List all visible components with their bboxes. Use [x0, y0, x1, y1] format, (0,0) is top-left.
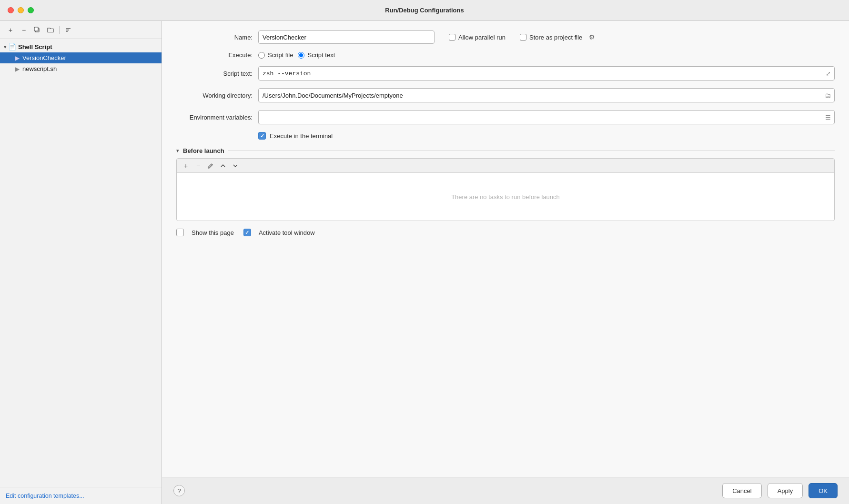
script-text-option[interactable]: Script text — [298, 51, 335, 59]
script-text-wrapper: ⤢ — [258, 66, 835, 81]
up-arrow-icon — [220, 162, 226, 169]
no-tasks-text: There are no tasks to run before launch — [451, 193, 560, 201]
name-input[interactable] — [258, 30, 435, 44]
cancel-button[interactable]: Cancel — [722, 483, 761, 498]
activate-window-item: ✓ Activate tool window — [243, 229, 315, 236]
dialog-title: Run/Debug Configurations — [385, 7, 464, 14]
sidebar-footer: Edit configuration templates... — [0, 487, 162, 504]
close-button[interactable] — [8, 7, 14, 13]
name-control-group: Allow parallel run Store as project file… — [258, 30, 835, 44]
toolbar-separator — [59, 26, 60, 34]
gear-icon[interactable]: ⚙ — [589, 33, 595, 41]
checkmark-icon: ✓ — [245, 230, 249, 236]
help-button[interactable]: ? — [173, 485, 185, 496]
tree-item-versionchecker[interactable]: ▶ VersionChecker — [0, 52, 162, 63]
env-vars-wrapper: ☰ — [258, 110, 835, 124]
folder-browse-icon[interactable]: 🗂 — [825, 92, 831, 99]
traffic-lights — [8, 7, 34, 13]
script-file-option[interactable]: Script file — [258, 51, 293, 59]
execute-terminal-label: Execute in the terminal — [270, 132, 333, 140]
maximize-button[interactable] — [28, 7, 34, 13]
folder-script-icon: 📄 — [8, 43, 16, 50]
working-dir-input[interactable] — [258, 88, 835, 102]
section-line — [228, 151, 835, 151]
checkmark-icon: ✓ — [260, 133, 264, 139]
before-launch-title: Before launch — [183, 147, 224, 154]
before-launch-panel: + − — [176, 158, 835, 221]
working-dir-wrapper: 🗂 — [258, 88, 835, 102]
tree-group-shell-script[interactable]: ▾ 📄 Shell Script — [0, 41, 162, 52]
allow-parallel-checkbox[interactable] — [449, 34, 455, 40]
footer-right: Cancel Apply OK — [722, 483, 838, 498]
working-dir-label: Working directory: — [176, 92, 253, 99]
down-arrow-icon — [232, 162, 239, 169]
script-text-input[interactable] — [258, 66, 835, 81]
file-icon: ▶ — [15, 66, 20, 72]
script-text-row: Script text: ⤢ — [176, 66, 835, 81]
sidebar-toolbar: + − — [0, 21, 162, 39]
bottom-checkboxes: Show this page ✓ Activate tool window — [176, 229, 835, 236]
ok-button[interactable]: OK — [809, 483, 838, 498]
activate-window-label: Activate tool window — [259, 229, 315, 236]
script-text-label: Script text — [307, 51, 335, 59]
allow-parallel-label[interactable]: Allow parallel run — [449, 34, 505, 41]
add-config-button[interactable]: + — [5, 25, 16, 35]
show-page-item: Show this page — [176, 229, 234, 236]
bl-down-button[interactable] — [230, 161, 241, 171]
store-project-text: Store as project file — [529, 34, 582, 41]
working-dir-row: Working directory: 🗂 — [176, 88, 835, 102]
execute-terminal-checkbox[interactable]: ✓ — [258, 132, 266, 140]
env-vars-row: Environment variables: ☰ — [176, 110, 835, 124]
sort-config-button[interactable] — [62, 25, 74, 35]
sidebar-tree: ▾ 📄 Shell Script ▶ VersionChecker ▶ news… — [0, 39, 162, 487]
chevron-down-icon: ▾ — [4, 44, 6, 50]
name-row: Name: Allow parallel run Store as projec… — [176, 30, 835, 44]
before-launch-header: ▾ Before launch — [176, 147, 835, 154]
execute-row: Execute: Script file Script text — [176, 51, 835, 59]
bl-remove-button[interactable]: − — [193, 161, 203, 171]
allow-parallel-text: Allow parallel run — [458, 34, 505, 41]
apply-button[interactable]: Apply — [768, 483, 803, 498]
sort-icon — [65, 27, 71, 33]
store-project-label[interactable]: Store as project file — [520, 34, 582, 41]
before-launch-content: There are no tasks to run before launch — [177, 173, 834, 221]
footer-left: ? — [173, 485, 185, 496]
sidebar: + − — [0, 21, 162, 504]
activate-window-checkbox[interactable]: ✓ — [243, 229, 251, 236]
tree-group-label: Shell Script — [18, 43, 52, 50]
execute-control-group: Script file Script text — [258, 51, 835, 59]
expand-icon[interactable]: ⤢ — [826, 70, 831, 77]
title-bar: Run/Debug Configurations — [0, 0, 849, 21]
minimize-button[interactable] — [18, 7, 24, 13]
show-page-label: Show this page — [192, 229, 234, 236]
folder-icon — [47, 27, 54, 33]
env-vars-input[interactable] — [258, 110, 835, 124]
bl-add-button[interactable]: + — [181, 161, 191, 171]
before-launch-chevron-icon[interactable]: ▾ — [176, 148, 179, 154]
copy-config-button[interactable] — [31, 25, 43, 35]
tree-item-newscript[interactable]: ▶ newscript.sh — [0, 63, 162, 74]
main-container: + − — [0, 21, 849, 504]
config-form: Name: Allow parallel run Store as projec… — [162, 21, 849, 477]
script-file-radio[interactable] — [258, 52, 265, 59]
svg-rect-1 — [34, 27, 38, 31]
script-text-form-label: Script text: — [176, 70, 253, 77]
copy-icon — [34, 27, 40, 33]
before-launch-toolbar: + − — [177, 159, 834, 173]
store-project-checkbox[interactable] — [520, 34, 526, 40]
edit-templates-link[interactable]: Edit configuration templates... — [6, 493, 84, 499]
bl-edit-button[interactable] — [205, 161, 216, 171]
file-icon: ▶ — [15, 55, 20, 61]
bl-up-button[interactable] — [218, 161, 228, 171]
move-config-button[interactable] — [45, 25, 56, 35]
env-vars-browse-icon[interactable]: ☰ — [825, 114, 831, 121]
script-file-label: Script file — [268, 51, 293, 59]
edit-icon — [207, 162, 214, 169]
execute-terminal-row: ✓ Execute in the terminal — [258, 132, 835, 140]
show-page-checkbox[interactable] — [176, 229, 184, 236]
before-launch-section: ▾ Before launch + − — [176, 147, 835, 221]
execute-label: Execute: — [176, 51, 253, 59]
script-text-radio[interactable] — [298, 52, 304, 59]
env-vars-label: Environment variables: — [176, 114, 253, 121]
remove-config-button[interactable]: − — [18, 25, 30, 35]
